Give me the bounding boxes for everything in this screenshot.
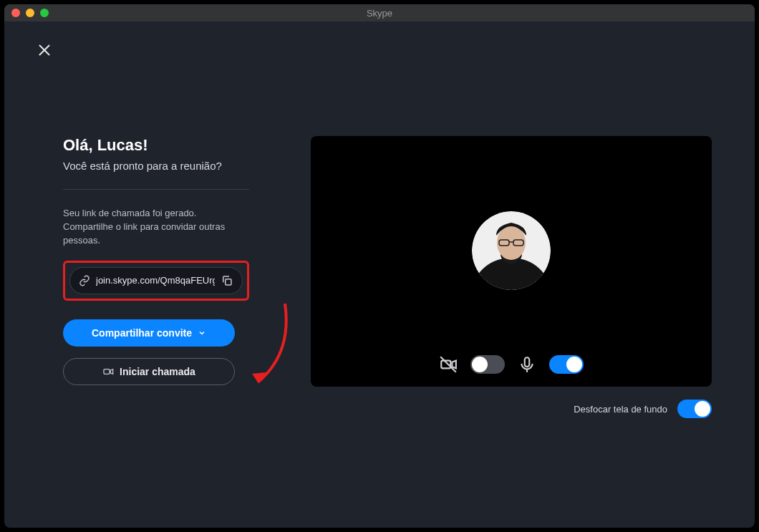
close-window-button[interactable] [11, 9, 20, 17]
blur-background-label: Desfocar tela de fundo [574, 404, 667, 415]
microphone-toggle[interactable] [549, 355, 584, 374]
left-panel: Olá, Lucas! Você está pronto para a reun… [63, 136, 249, 397]
share-invite-label: Compartilhar convite [92, 327, 192, 339]
greeting-subtext: Você está pronto para a reunião? [63, 159, 249, 173]
camera-toggle[interactable] [470, 355, 505, 374]
call-link-field[interactable]: join.skype.com/Qm8qaFEUrgig [69, 267, 243, 294]
content-area: Olá, Lucas! Você está pronto para a reun… [4, 21, 755, 528]
start-call-label: Iniciar chamada [120, 366, 195, 377]
greeting-heading: Olá, Lucas! [63, 136, 249, 155]
call-link-text: join.skype.com/Qm8qaFEUrgig [96, 275, 215, 286]
annotation-highlight-box: join.skype.com/Qm8qaFEUrgig [63, 261, 249, 301]
video-preview [311, 136, 712, 387]
copy-icon[interactable] [221, 274, 233, 287]
svg-point-6 [497, 226, 526, 260]
link-icon [79, 275, 90, 286]
svg-rect-1 [104, 369, 110, 374]
chevron-down-icon [198, 329, 206, 337]
preview-controls [311, 355, 712, 374]
microphone-icon [518, 355, 536, 374]
window-title: Skype [4, 8, 755, 19]
avatar [472, 211, 551, 290]
fullscreen-window-button[interactable] [40, 9, 49, 17]
svg-rect-0 [226, 279, 231, 285]
app-window: Skype Olá, Lucas! Você está pronto para … [4, 4, 755, 528]
titlebar: Skype [4, 4, 755, 21]
close-icon[interactable] [37, 43, 52, 57]
traffic-lights [11, 9, 49, 17]
video-call-icon [102, 366, 114, 377]
camera-off-icon [439, 355, 458, 374]
share-invite-button[interactable]: Compartilhar convite [63, 319, 235, 347]
link-generated-text: Seu link de chamada foi gerado. Comparti… [63, 207, 249, 248]
svg-line-12 [440, 357, 456, 372]
minimize-window-button[interactable] [26, 9, 34, 17]
svg-marker-2 [110, 369, 112, 374]
svg-rect-13 [525, 357, 530, 367]
blur-background-row: Desfocar tela de fundo [574, 400, 712, 418]
blur-background-toggle[interactable] [677, 400, 712, 418]
divider [63, 189, 249, 190]
svg-marker-11 [452, 361, 455, 369]
start-call-button[interactable]: Iniciar chamada [63, 358, 235, 385]
